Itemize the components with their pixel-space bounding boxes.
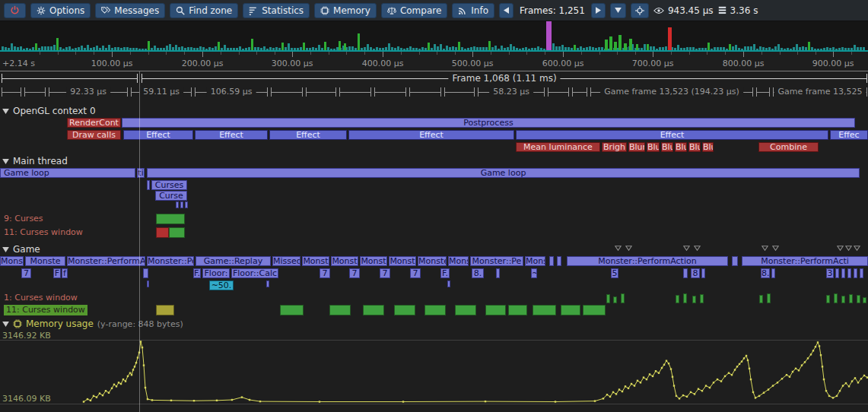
frame-bar[interactable] xyxy=(744,46,746,50)
frame-bar[interactable] xyxy=(111,48,113,50)
frame-bar[interactable] xyxy=(701,48,704,50)
frame-bar[interactable] xyxy=(768,47,771,50)
memory-usage-chart[interactable]: 3146.92 KB 3146.09 KB xyxy=(0,330,868,406)
frame-marker[interactable] xyxy=(756,87,770,97)
frame-bar[interactable] xyxy=(99,48,101,50)
timeline-zone[interactable]: Floor::Calc xyxy=(231,268,278,278)
timeline-zone[interactable]: F. xyxy=(440,268,450,278)
frame-bar[interactable] xyxy=(330,49,332,50)
frame-bar[interactable] xyxy=(826,47,828,50)
frame-bar[interactable] xyxy=(437,46,439,50)
frame-bar[interactable] xyxy=(17,47,19,50)
frame-bar[interactable] xyxy=(564,47,567,50)
frame-bar[interactable] xyxy=(266,49,269,50)
plot-bar[interactable] xyxy=(533,305,556,315)
plot-bar[interactable] xyxy=(424,305,446,315)
frame-bar[interactable] xyxy=(656,49,658,50)
frame-bar[interactable] xyxy=(796,44,798,50)
frame-bar[interactable] xyxy=(385,47,387,50)
timeline-zone[interactable]: 7 xyxy=(380,268,390,278)
frame-bar[interactable] xyxy=(175,45,177,50)
timeline-zone[interactable]: Curse xyxy=(155,191,187,201)
frame-bar[interactable] xyxy=(68,46,71,50)
next-frame-button[interactable] xyxy=(591,3,606,18)
frame-bar[interactable] xyxy=(78,47,80,50)
ghost-zone-icon[interactable] xyxy=(761,246,768,251)
frame-bar[interactable] xyxy=(431,48,433,50)
frame-marker[interactable]: Frame 1,068 (1.11 ms) xyxy=(141,73,867,84)
ghost-zone-icon[interactable] xyxy=(772,246,779,251)
frame-bar[interactable] xyxy=(370,47,372,50)
frame-bar[interactable] xyxy=(668,27,672,50)
frame-bar[interactable] xyxy=(251,39,253,50)
frame-bar[interactable] xyxy=(285,47,287,50)
timeline-zone[interactable]: Missed xyxy=(272,256,300,266)
frame-bar[interactable] xyxy=(528,49,530,50)
frame-bar[interactable] xyxy=(476,47,479,50)
frame-bar[interactable] xyxy=(394,48,396,50)
frame-bar[interactable] xyxy=(257,47,259,50)
frame-bar[interactable] xyxy=(847,48,850,50)
frame-bar[interactable] xyxy=(467,48,469,50)
frame-bar[interactable] xyxy=(558,46,561,50)
timeline-zone[interactable]: Effec xyxy=(830,130,868,140)
frame-bar[interactable] xyxy=(854,45,856,50)
frame-bar[interactable] xyxy=(735,45,737,50)
frame-bar[interactable] xyxy=(169,44,171,50)
frame-bar[interactable] xyxy=(455,47,457,50)
frame-bar[interactable] xyxy=(790,49,792,50)
frame-bar[interactable] xyxy=(351,46,354,50)
frame-bar[interactable] xyxy=(315,48,317,50)
frame-marker[interactable]: Game frame 13,525 xyxy=(773,87,867,97)
frame-bar[interactable] xyxy=(348,46,351,50)
frame-bar[interactable] xyxy=(11,43,13,50)
frame-bar[interactable] xyxy=(650,46,652,50)
frame-bar[interactable] xyxy=(288,43,290,50)
frame-bar[interactable] xyxy=(583,48,585,50)
plot-bar[interactable] xyxy=(280,305,304,315)
frame-bar[interactable] xyxy=(53,45,56,50)
frame-bar[interactable] xyxy=(117,47,119,50)
frame-bar[interactable] xyxy=(208,47,211,50)
ghost-zone-icon[interactable] xyxy=(845,246,852,251)
frame-bar[interactable] xyxy=(306,48,308,50)
frame-marker[interactable] xyxy=(306,87,336,97)
plot-bar[interactable] xyxy=(363,305,384,315)
frame-bar[interactable] xyxy=(753,44,755,50)
timeline-zone[interactable]: 7 xyxy=(410,268,421,278)
frame-bar[interactable] xyxy=(522,48,524,50)
plot-bar[interactable] xyxy=(606,294,610,303)
frame-bar[interactable] xyxy=(805,47,807,50)
timeline-zone[interactable]: Combine xyxy=(758,142,819,152)
plot-bar[interactable] xyxy=(455,305,476,315)
frame-bar[interactable] xyxy=(771,49,774,50)
frame-bar[interactable] xyxy=(403,49,405,50)
frame-bar[interactable] xyxy=(87,45,89,50)
timeline-zone[interactable] xyxy=(860,268,863,278)
frame-bar[interactable] xyxy=(221,48,223,50)
frame-bar[interactable] xyxy=(717,47,719,50)
frame-bar[interactable] xyxy=(446,46,448,50)
plot-bar[interactable] xyxy=(767,293,771,303)
frame-bar[interactable] xyxy=(835,49,838,50)
collapse-arrow-icon[interactable] xyxy=(2,159,9,164)
plot-bar[interactable] xyxy=(863,297,866,303)
frame-bar[interactable] xyxy=(574,45,576,50)
plot-bar[interactable] xyxy=(841,296,845,303)
frame-bar[interactable] xyxy=(421,47,424,50)
frame-bar[interactable] xyxy=(863,47,865,50)
timeline-zone[interactable]: Game::Replay xyxy=(196,256,271,266)
frame-bar[interactable] xyxy=(62,49,65,50)
frame-bar[interactable] xyxy=(552,43,555,50)
frame-bar[interactable] xyxy=(184,48,186,50)
frame-bar[interactable] xyxy=(609,36,612,50)
frame-bar[interactable] xyxy=(202,47,205,50)
frame-bar[interactable] xyxy=(278,48,281,50)
frame-bar[interactable] xyxy=(601,47,603,50)
frame-bar[interactable] xyxy=(759,46,761,50)
timeline-zone[interactable]: Monst xyxy=(302,256,329,266)
timeline-zone[interactable]: f xyxy=(62,268,68,278)
frame-bar[interactable] xyxy=(145,49,147,50)
options-button[interactable]: Options xyxy=(30,3,91,18)
frame-bar[interactable] xyxy=(227,48,229,50)
